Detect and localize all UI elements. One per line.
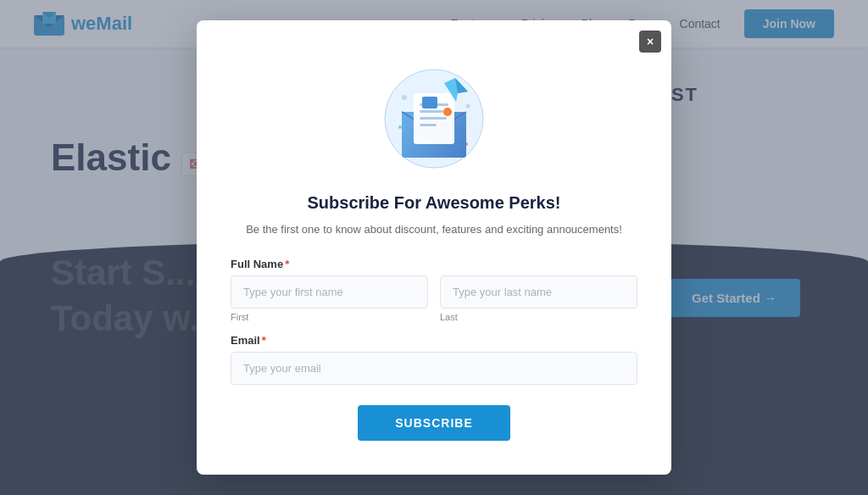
background-page: weMail Features Pricing Blog Docs Contac… [0,0,868,495]
first-name-input[interactable] [231,275,428,309]
modal-illustration [231,51,637,178]
svg-rect-17 [420,124,437,126]
svg-point-7 [466,103,470,108]
first-sublabel: First [231,312,428,322]
svg-rect-18 [422,97,437,108]
subscribe-form: Full Name* First Last Email* [231,258,637,441]
modal-title: Subscribe For Awesome Perks! [231,193,637,213]
subscribe-button[interactable]: SUBSCRIBE [358,405,510,441]
svg-point-10 [398,125,402,129]
modal-subtitle: Be the first one to know about discount,… [231,221,637,238]
email-input[interactable] [231,352,637,385]
last-sublabel: Last [440,312,637,322]
modal-overlay: × [0,0,868,495]
name-row: First Last [231,275,637,322]
svg-point-21 [443,108,452,116]
last-name-col: Last [440,275,637,322]
email-illustration [366,51,502,178]
email-label: Email* [231,334,637,347]
first-name-col: First [231,275,428,322]
last-name-input[interactable] [440,275,637,309]
email-group: Email* [231,334,637,385]
subscribe-modal: × [197,20,671,476]
svg-rect-16 [420,117,447,120]
svg-point-6 [402,95,407,100]
full-name-label: Full Name* [231,258,637,270]
required-star-name: * [285,258,289,270]
svg-rect-15 [420,110,443,113]
required-star-email: * [262,334,266,347]
modal-close-button[interactable]: × [639,31,661,53]
